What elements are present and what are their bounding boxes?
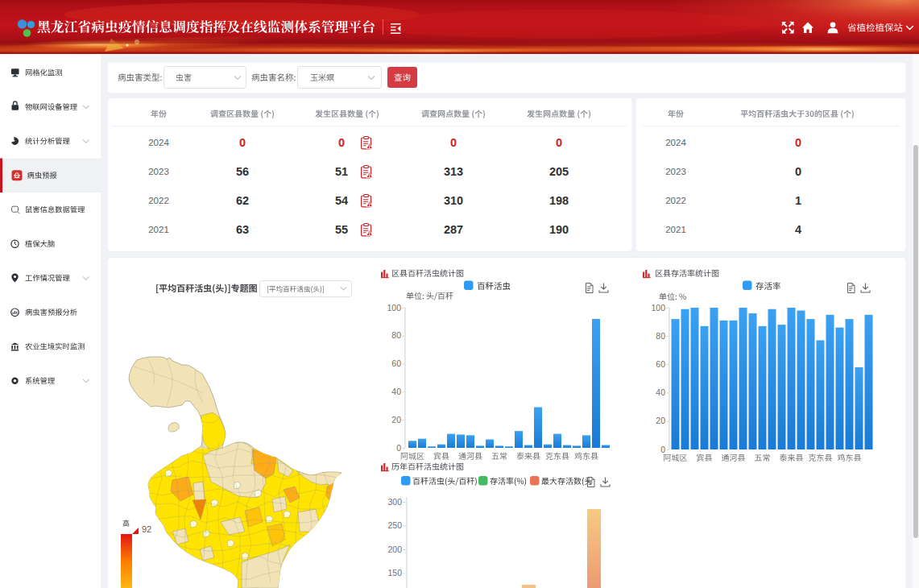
svg-text:63: 63 [236,223,249,236]
svg-text:62: 62 [236,194,249,207]
svg-text:2021: 2021 [665,225,686,234]
svg-text:0: 0 [556,136,562,149]
svg-text:51: 51 [335,165,348,178]
svg-text:310: 310 [444,194,463,207]
svg-text:190: 190 [549,223,569,236]
svg-text:2022: 2022 [665,196,686,205]
svg-text:2024: 2024 [665,138,686,147]
svg-text:2022: 2022 [148,196,169,205]
svg-text:0: 0 [660,445,665,454]
svg-text:300: 300 [387,497,402,507]
svg-text:205: 205 [549,165,569,178]
svg-text:55: 55 [335,223,348,236]
svg-text:80: 80 [391,330,401,340]
svg-text:2023: 2023 [665,167,686,176]
svg-text:60: 60 [656,359,665,369]
svg-text:54: 54 [335,194,348,207]
svg-text:313: 313 [444,165,463,178]
svg-text:4: 4 [795,223,801,236]
svg-text:198: 198 [549,194,569,207]
svg-text:1: 1 [795,194,801,207]
svg-text:2024: 2024 [148,138,169,147]
svg-text:40: 40 [656,387,665,397]
svg-text:0: 0 [795,136,801,149]
svg-text:92: 92 [142,524,151,534]
svg-text:40: 40 [391,387,401,396]
svg-text:80: 80 [656,331,665,341]
svg-text:0: 0 [450,136,457,149]
svg-text:250: 250 [387,520,402,530]
svg-text:60: 60 [391,358,401,368]
svg-text:100: 100 [387,303,401,313]
svg-text:0: 0 [795,165,801,178]
svg-text:200: 200 [387,545,402,554]
svg-text:0: 0 [338,136,345,149]
svg-text:56: 56 [236,165,249,178]
svg-text:150: 150 [387,568,402,578]
svg-text:20: 20 [656,416,665,425]
svg-text:2023: 2023 [148,167,169,176]
svg-text:0: 0 [239,136,246,149]
svg-text:0: 0 [396,443,401,453]
svg-text:2021: 2021 [148,225,169,234]
svg-text:100: 100 [651,303,665,313]
svg-text:20: 20 [391,415,401,424]
svg-text:287: 287 [444,223,463,236]
